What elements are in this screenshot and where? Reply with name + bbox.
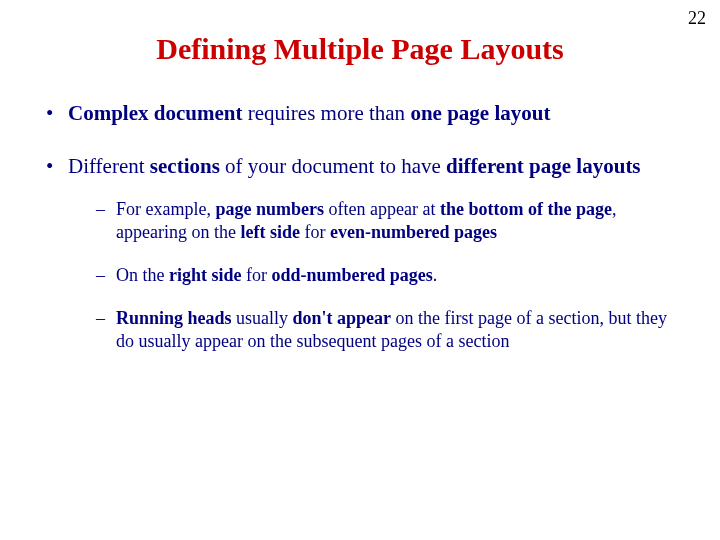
text: Different [68,154,150,178]
text-bold: don't appear [293,308,392,328]
text: For example, [116,199,215,219]
sub-bullet-item: On the right side for odd-numbered pages… [68,264,680,287]
text-bold: Complex document [68,101,242,125]
text-bold: left side [240,222,299,242]
text-bold: sections [150,154,220,178]
slide-title: Defining Multiple Page Layouts [40,32,680,66]
text: On the [116,265,169,285]
sub-bullet-item: Running heads usually don't appear on th… [68,307,680,353]
text-bold: one page layout [410,101,550,125]
text: requires more than [242,101,410,125]
text: for [242,265,272,285]
text-bold: odd-numbered pages [272,265,433,285]
bullet-item: Different sections of your document to h… [40,153,680,353]
page-number: 22 [688,8,706,29]
bullet-list: Complex document requires more than one … [40,100,680,353]
text: . [433,265,438,285]
slide: 22 Defining Multiple Page Layouts Comple… [0,0,720,540]
text-bold: right side [169,265,242,285]
bullet-item: Complex document requires more than one … [40,100,680,127]
text-bold: even-numbered pages [330,222,497,242]
sub-bullet-item: For example, page numbers often appear a… [68,198,680,244]
text-bold: the bottom of the page [440,199,612,219]
text: of your document to have [220,154,446,178]
text: often appear at [324,199,440,219]
text-bold: page numbers [215,199,324,219]
text: usually [232,308,293,328]
text: for [300,222,330,242]
text-bold: Running heads [116,308,232,328]
sub-bullet-list: For example, page numbers often appear a… [68,198,680,353]
text-bold: different page layouts [446,154,640,178]
